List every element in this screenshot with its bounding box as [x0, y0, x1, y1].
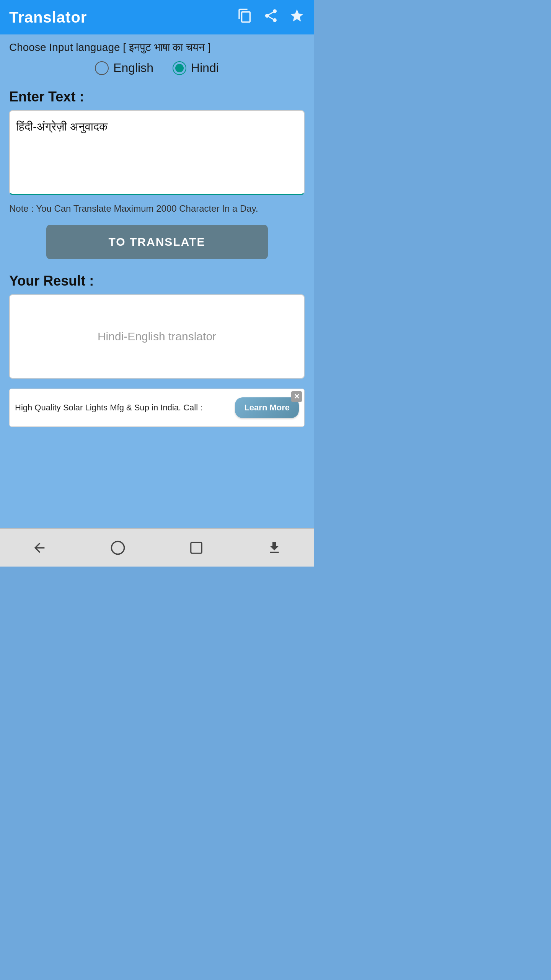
enter-text-label: Enter Text :	[9, 89, 305, 105]
text-input-wrapper: हिंदी-अंग्रेज़ी अनुवादक	[9, 110, 305, 196]
share-icon[interactable]	[263, 8, 279, 27]
english-radio-option[interactable]: English	[95, 61, 153, 75]
result-text: Hindi-English translator	[98, 330, 216, 343]
result-label: Your Result :	[9, 273, 305, 289]
language-options: English Hindi	[9, 61, 305, 75]
copy-icon[interactable]	[237, 8, 253, 27]
hindi-radio-inner	[175, 64, 184, 72]
ad-banner: ✕ High Quality Solar Lights Mfg & Sup in…	[9, 389, 305, 427]
note-text: Note : You Can Translate Maximum 2000 Ch…	[9, 202, 305, 216]
svg-point-0	[112, 541, 124, 554]
translate-button[interactable]: TO TRANSLATE	[46, 225, 268, 259]
back-icon[interactable]	[32, 540, 47, 555]
text-input[interactable]: हिंदी-अंग्रेज़ी अनुवादक	[9, 110, 305, 195]
english-radio-circle[interactable]	[95, 61, 109, 75]
home-icon[interactable]	[110, 540, 126, 555]
main-content: Choose Input language [ इनपुट भाषा का चय…	[0, 34, 314, 528]
recents-icon[interactable]	[189, 541, 204, 555]
hindi-radio-option[interactable]: Hindi	[173, 61, 219, 75]
language-label: Choose Input language [ इनपुट भाषा का चय…	[9, 41, 305, 54]
ad-text: High Quality Solar Lights Mfg & Sup in I…	[15, 402, 235, 414]
app-bar: Translator	[0, 0, 314, 34]
svg-rect-1	[191, 542, 202, 553]
ad-close-button[interactable]: ✕	[291, 391, 302, 402]
app-title: Translator	[9, 9, 87, 26]
download-icon[interactable]	[267, 540, 282, 555]
learn-more-button[interactable]: Learn More	[235, 397, 299, 418]
app-bar-icons	[237, 8, 305, 27]
bottom-nav	[0, 528, 314, 567]
hindi-radio-circle[interactable]	[173, 61, 186, 75]
english-radio-label: English	[113, 61, 153, 75]
hindi-radio-label: Hindi	[191, 61, 219, 75]
result-box: Hindi-English translator	[9, 294, 305, 379]
star-icon[interactable]	[289, 8, 305, 27]
